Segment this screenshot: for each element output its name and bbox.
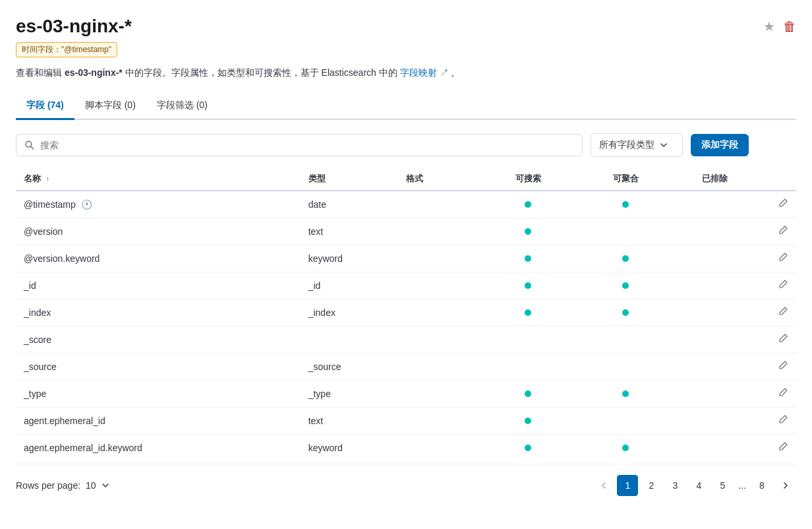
prev-page-button[interactable] — [593, 475, 614, 496]
field-name-cell: _type — [16, 381, 301, 408]
page-button-5[interactable]: 5 — [712, 475, 733, 496]
page-button-4[interactable]: 4 — [688, 475, 709, 496]
field-type-cell: date — [301, 191, 398, 218]
field-name-cell: _score — [16, 327, 301, 354]
delete-icon[interactable]: 🗑 — [783, 19, 796, 34]
edit-field-button[interactable] — [778, 361, 788, 373]
field-excluded-cell — [674, 408, 755, 435]
rows-per-page-chevron-icon — [102, 482, 109, 489]
page-button-3[interactable]: 3 — [664, 475, 685, 496]
table-row: @timestamp🕐date — [16, 191, 796, 218]
search-icon — [24, 140, 35, 150]
tab-field-filters[interactable]: 字段筛选 (0) — [146, 93, 218, 120]
field-name-cell: agent.ephemeral_id — [16, 408, 301, 435]
edit-field-button[interactable] — [778, 280, 788, 292]
next-page-button[interactable] — [775, 475, 796, 496]
field-format-cell — [398, 327, 479, 354]
field-excluded-cell — [674, 245, 755, 272]
table-row: agent.ephemeral_id.keywordkeyword — [16, 435, 796, 462]
page-title: es-03-nginx-* — [16, 16, 132, 37]
field-name: _id — [24, 280, 36, 291]
field-aggregatable-cell — [577, 381, 674, 408]
field-name: @version.keyword — [24, 253, 100, 264]
field-type-cell: text — [301, 218, 398, 245]
col-header-excluded: 已排除 — [674, 168, 755, 191]
field-searchable-cell — [479, 299, 577, 327]
searchable-dot — [525, 309, 531, 316]
tab-fields[interactable]: 字段 (74) — [16, 93, 74, 120]
field-aggregatable-cell — [577, 245, 674, 272]
field-action-cell — [755, 272, 796, 299]
col-header-aggregatable: 可聚合 — [577, 168, 674, 191]
edit-field-button[interactable] — [778, 253, 788, 264]
field-type-filter[interactable]: 所有字段类型 — [591, 133, 683, 157]
field-excluded-cell — [674, 299, 755, 327]
field-type-cell: text — [301, 408, 398, 435]
field-name: _source — [24, 361, 57, 372]
page-button-1[interactable]: 1 — [617, 475, 638, 496]
edit-field-button[interactable] — [778, 199, 788, 210]
field-type-cell: keyword — [301, 435, 398, 462]
searchable-dot — [525, 390, 531, 397]
edit-field-button[interactable] — [778, 334, 788, 346]
field-name: _score — [24, 334, 51, 345]
field-format-cell — [398, 435, 479, 462]
pagination: Rows per page: 10 1 2 3 4 5 ... 8 — [16, 464, 796, 501]
field-type-cell: _source — [301, 354, 398, 381]
desc-text-middle: 中的字段。字段属性，如类型和可搜索性，基于 Elasticsearch 中的 — [125, 67, 400, 78]
field-action-cell — [755, 381, 796, 408]
star-icon[interactable]: ★ — [763, 18, 775, 34]
field-aggregatable-cell — [577, 354, 674, 381]
field-format-cell — [398, 354, 479, 381]
field-format-cell — [398, 191, 479, 218]
field-type-cell: _id — [301, 272, 398, 299]
edit-field-button[interactable] — [778, 389, 788, 400]
col-header-format: 格式 — [398, 168, 479, 191]
searchable-dot — [525, 201, 531, 208]
chevron-right-icon — [782, 482, 790, 489]
field-excluded-cell — [674, 381, 755, 408]
field-type-cell: _index — [301, 299, 398, 327]
edit-field-button[interactable] — [778, 443, 788, 454]
table-row: _type_type — [16, 381, 796, 408]
edit-field-button[interactable] — [778, 226, 788, 237]
field-name: agent.ephemeral_id — [24, 416, 105, 426]
page-button-last[interactable]: 8 — [751, 475, 772, 496]
field-aggregatable-cell — [577, 272, 674, 299]
field-format-cell — [398, 299, 479, 327]
field-type-cell — [301, 327, 398, 354]
edit-field-button[interactable] — [778, 416, 788, 427]
field-excluded-cell — [674, 218, 755, 245]
table-row: agent.ephemeral_idtext — [16, 408, 796, 435]
desc-text-after: 。 — [451, 67, 460, 78]
search-input[interactable] — [40, 140, 574, 150]
field-mapping-link[interactable]: 字段映射 ↗ — [400, 67, 451, 78]
field-format-cell — [398, 245, 479, 272]
field-name-cell: @version — [16, 218, 301, 245]
tab-scripted-fields[interactable]: 脚本字段 (0) — [74, 93, 146, 120]
field-type-cell: _type — [301, 381, 398, 408]
page-navigation: 1 2 3 4 5 ... 8 — [593, 475, 796, 496]
field-searchable-cell — [479, 327, 577, 354]
table-row: _id_id — [16, 272, 796, 299]
field-action-cell — [755, 191, 796, 218]
edit-field-button[interactable] — [778, 307, 788, 319]
fields-table: 名称 ↑ 类型 格式 可搜索 可聚合 已排除 @timestamp🕐date@v… — [16, 168, 796, 461]
add-field-button[interactable]: 添加字段 — [691, 134, 749, 156]
field-name-cell: @version.keyword — [16, 245, 301, 272]
clock-icon: 🕐 — [81, 199, 92, 210]
index-name: es-03-nginx-* — [65, 67, 123, 78]
rows-per-page[interactable]: Rows per page: 10 — [16, 480, 109, 491]
field-searchable-cell — [479, 245, 577, 272]
aggregatable-dot — [622, 282, 629, 289]
field-searchable-cell — [479, 354, 577, 381]
search-box[interactable] — [16, 134, 583, 156]
aggregatable-dot — [622, 201, 629, 208]
field-action-cell — [755, 327, 796, 354]
field-format-cell — [398, 272, 479, 299]
field-name: @timestamp — [24, 199, 76, 210]
field-searchable-cell — [479, 435, 577, 462]
searchable-dot — [525, 418, 531, 424]
aggregatable-dot — [622, 309, 629, 316]
page-button-2[interactable]: 2 — [641, 475, 662, 496]
